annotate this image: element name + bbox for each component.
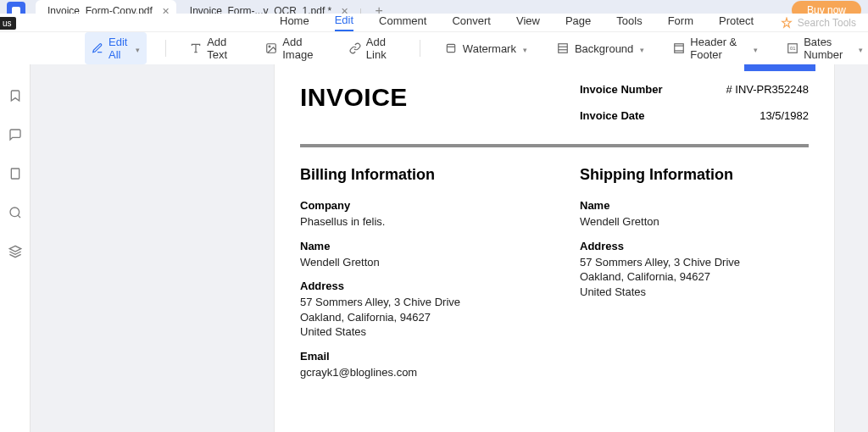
image-icon [265, 42, 277, 55]
tool-label: Header & Footer [690, 36, 747, 61]
background-button[interactable]: Background [551, 38, 649, 58]
menu-edit[interactable]: Edit [335, 14, 353, 31]
svg-rect-8 [559, 44, 568, 53]
invoice-number-value: # INV-PR352248 [726, 83, 809, 96]
bates-icon: 01 [787, 42, 798, 55]
shipping-name-value: Wendell Gretton [580, 214, 809, 230]
billing-address-value: 57 Sommers Alley, 3 Chive Drive Oakland,… [300, 295, 529, 340]
link-icon [349, 42, 361, 55]
address-line: Oakland, California, 94627 [580, 269, 809, 285]
billing-name-label: Name [300, 240, 529, 252]
billing-company-value: Phasellus in felis. [300, 214, 529, 230]
tool-label: Add Image [282, 36, 320, 61]
main-menu: Home Edit Comment Convert View Page Tool… [0, 14, 868, 31]
svg-rect-11 [675, 44, 684, 53]
search-icon[interactable] [8, 205, 23, 220]
shipping-heading: Shipping Information [580, 166, 809, 184]
thumbnail-panel[interactable] [31, 64, 241, 432]
svg-text:01: 01 [790, 46, 795, 51]
comment-icon[interactable] [8, 127, 23, 142]
add-text-button[interactable]: Add Text [185, 32, 242, 64]
layers-icon[interactable] [8, 244, 23, 259]
locale-indicator: us [0, 17, 16, 30]
pencil-icon [92, 42, 103, 55]
menu-form[interactable]: Form [668, 14, 693, 30]
header-footer-icon [673, 42, 685, 55]
thumbnails-icon[interactable] [8, 166, 23, 181]
address-line: United States [580, 285, 809, 300]
tool-label: Add Link [366, 36, 396, 61]
chevron-down-icon [752, 42, 758, 55]
shipping-address-label: Address [580, 240, 809, 252]
tool-label: Watermark [463, 42, 516, 55]
document-viewer[interactable]: INVOICE Invoice Number # INV-PR352248 In… [241, 64, 868, 432]
invoice-number-label: Invoice Number [580, 83, 663, 96]
watermark-button[interactable]: Watermark [439, 38, 532, 58]
menu-tools[interactable]: Tools [616, 14, 642, 30]
tool-label: Bates Number [804, 36, 852, 61]
edit-all-button[interactable]: Edit All [85, 32, 147, 64]
background-icon [556, 42, 570, 55]
chevron-down-icon [134, 42, 140, 55]
address-line: 57 Sommers Alley, 3 Chive Drive [580, 255, 809, 270]
divider [300, 144, 809, 147]
add-image-button[interactable]: Add Image [260, 32, 326, 64]
bookmark-icon[interactable] [8, 88, 23, 103]
billing-heading: Billing Information [300, 166, 529, 184]
watermark-icon [444, 42, 458, 55]
svg-rect-16 [11, 169, 19, 179]
invoice-meta: Invoice Number # INV-PR352248 Invoice Da… [580, 83, 809, 136]
billing-email-value: gcrayk1@bloglines.com [300, 365, 529, 380]
divider [165, 40, 166, 57]
divider [420, 40, 420, 57]
tool-label: Edit All [108, 36, 129, 61]
menu-home[interactable]: Home [280, 14, 309, 30]
shipping-name-label: Name [580, 199, 809, 212]
menu-convert[interactable]: Convert [452, 14, 491, 30]
billing-company-label: Company [300, 199, 529, 212]
bates-number-button[interactable]: 01 Bates Number [782, 32, 868, 64]
svg-rect-6 [447, 44, 454, 52]
svg-point-17 [10, 208, 19, 217]
address-line: United States [300, 324, 529, 340]
svg-marker-19 [9, 246, 20, 252]
invoice-date-value: 13/5/1982 [760, 109, 809, 122]
menu-page[interactable]: Page [565, 14, 591, 30]
workspace: INVOICE Invoice Number # INV-PR352248 In… [0, 64, 868, 432]
shipping-address-value: 57 Sommers Alley, 3 Chive Drive Oakland,… [580, 255, 809, 300]
svg-point-5 [269, 46, 270, 47]
add-link-button[interactable]: Add Link [344, 32, 401, 64]
billing-name-value: Wendell Gretton [300, 255, 529, 270]
chevron-down-icon [638, 42, 644, 55]
svg-line-18 [18, 215, 20, 218]
header-footer-button[interactable]: Header & Footer [668, 32, 763, 64]
svg-marker-1 [782, 18, 792, 27]
search-tools[interactable]: Search Tools [781, 17, 856, 29]
menu-protect[interactable]: Protect [719, 14, 754, 30]
edit-toolbar: Edit All Add Text Add Image Add Link Wat… [0, 31, 868, 64]
menu-view[interactable]: View [516, 14, 540, 30]
tool-label: Add Text [207, 36, 236, 61]
chevron-down-icon [521, 42, 527, 55]
tool-label: Background [575, 42, 633, 55]
menu-comment[interactable]: Comment [379, 14, 426, 30]
accent-stripe [744, 64, 815, 71]
text-icon [190, 42, 202, 55]
invoice-date-label: Invoice Date [580, 109, 645, 122]
address-line: Oakland, California, 94627 [300, 310, 529, 325]
address-line: 57 Sommers Alley, 3 Chive Drive [300, 295, 529, 310]
billing-address-label: Address [300, 280, 529, 292]
chevron-down-icon [857, 42, 863, 55]
left-rail [0, 64, 31, 432]
page: INVOICE Invoice Number # INV-PR352248 In… [275, 64, 834, 432]
billing-column: Billing Information Company Phasellus in… [300, 166, 529, 379]
sparkle-icon [781, 17, 793, 29]
shipping-column: Shipping Information Name Wendell Gretto… [580, 166, 809, 379]
billing-email-label: Email [300, 350, 529, 363]
page-title: INVOICE [300, 83, 408, 136]
search-tools-label: Search Tools [798, 17, 856, 29]
